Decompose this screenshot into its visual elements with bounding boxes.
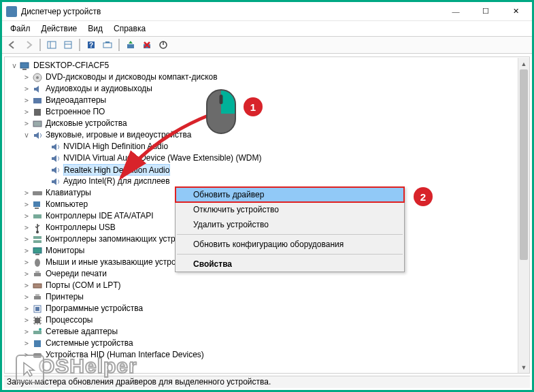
category-icon (32, 199, 43, 210)
tree-category[interactable]: >Системные устройства (9, 338, 529, 349)
expand-icon[interactable]: > (22, 349, 31, 361)
ctx-separator (177, 254, 403, 255)
tree-category[interactable]: >Устройства HID (Human Interface Devices… (9, 349, 529, 361)
tree-category-label: Мониторы (46, 245, 84, 257)
expand-icon[interactable]: > (22, 199, 31, 210)
expand-icon[interactable]: > (22, 338, 31, 349)
minimize-button[interactable]: — (441, 2, 471, 21)
expand-icon[interactable]: > (22, 233, 31, 245)
close-button[interactable]: ✕ (501, 2, 531, 21)
svg-rect-30 (35, 271, 39, 273)
back-button[interactable] (5, 37, 20, 52)
category-icon (32, 72, 43, 83)
tree-category[interactable]: >Принтеры (9, 291, 529, 303)
ctx-disable-device[interactable]: Отключить устройство (176, 202, 404, 217)
scroll-up-button[interactable]: ▲ (518, 58, 529, 69)
computer-icon (20, 61, 31, 71)
help-button[interactable]: ? (84, 37, 99, 52)
context-menu: Обновить драйвер Отключить устройство Уд… (175, 186, 405, 272)
svg-rect-27 (35, 254, 39, 255)
properties-button[interactable] (61, 37, 76, 52)
category-icon (32, 188, 43, 199)
expand-icon[interactable]: > (22, 118, 31, 129)
expand-icon[interactable]: > (22, 95, 31, 106)
tree-category[interactable]: >Сетевые адаптеры (9, 326, 529, 338)
expand-icon[interactable]: v (22, 129, 31, 141)
tree-category[interactable]: vЗвуковые, игровые и видеоустройства (9, 129, 529, 141)
tree-category[interactable]: >Процессоры (9, 314, 529, 326)
menu-action[interactable]: Действие (37, 22, 82, 35)
svg-rect-20 (33, 201, 40, 207)
tree-category-label: Устройства HID (Human Interface Devices) (46, 349, 204, 361)
tree-category[interactable]: >DVD-дисководы и дисководы компакт-диско… (9, 71, 529, 83)
tree-category-label: Компьютер (46, 199, 88, 210)
scroll-thumb[interactable] (520, 69, 528, 260)
maximize-button[interactable]: ☐ (471, 2, 501, 21)
disable-button[interactable] (156, 37, 171, 52)
category-icon (32, 280, 43, 291)
svg-rect-25 (33, 240, 41, 243)
expand-icon[interactable]: > (22, 210, 31, 222)
expand-icon[interactable]: v (10, 60, 18, 71)
tree-category-label: Видеоадаптеры (46, 95, 106, 106)
expand-icon[interactable]: > (22, 245, 31, 257)
show-hide-tree-button[interactable] (44, 37, 59, 52)
expand-icon[interactable]: > (22, 268, 31, 280)
expand-icon[interactable]: > (22, 303, 31, 314)
ctx-uninstall-device[interactable]: Удалить устройство (176, 217, 404, 232)
expand-icon[interactable]: > (22, 280, 31, 291)
tree-category-label: Контроллеры IDE ATA/ATAPI (46, 210, 154, 222)
tree-device[interactable]: Realtek High Definition Audio (9, 164, 529, 176)
device-icon (50, 153, 61, 164)
expand-icon[interactable]: > (22, 71, 31, 83)
expand-icon[interactable]: > (22, 291, 31, 303)
category-icon (32, 304, 43, 314)
expand-icon[interactable]: > (22, 326, 31, 338)
scroll-down-button[interactable]: ▼ (518, 361, 529, 373)
tree-device[interactable]: Аудио Intel(R) для дисплеев (9, 176, 529, 187)
scrollbar[interactable]: ▲ ▼ (518, 58, 529, 373)
statusbar: Запуск мастера обновления драйверов для … (4, 376, 530, 388)
ctx-properties[interactable]: Свойства (176, 257, 404, 272)
category-icon (32, 211, 43, 222)
device-icon (50, 142, 61, 152)
category-icon (32, 350, 43, 361)
ctx-update-driver[interactable]: Обновить драйвер (176, 187, 404, 202)
uninstall-button[interactable] (139, 37, 154, 52)
tree-category[interactable]: >Встроенное ПО (9, 106, 529, 118)
scan-hardware-button[interactable] (100, 37, 115, 52)
expand-icon[interactable]: > (22, 83, 31, 95)
expand-icon[interactable]: > (22, 314, 31, 326)
update-driver-button[interactable] (123, 37, 138, 52)
annotation-badge-1: 1 (244, 97, 263, 116)
mouse-annotation-icon (206, 89, 236, 134)
tree-device[interactable]: NVIDIA Virtual Audio Device (Wave Extens… (9, 152, 529, 164)
ctx-separator (177, 234, 403, 235)
ctx-scan-hardware[interactable]: Обновить конфигурацию оборудования (176, 237, 404, 252)
expand-icon[interactable]: > (22, 257, 31, 268)
tree-category[interactable]: >Видеоадаптеры (9, 95, 529, 106)
expand-icon[interactable]: > (22, 187, 31, 199)
expand-icon[interactable]: > (22, 222, 31, 233)
tree-category[interactable]: >Аудиовходы и аудиовыходы (9, 83, 529, 95)
tree-device[interactable]: NVIDIA High Definition Audio (9, 141, 529, 152)
menu-file[interactable]: Файл (6, 22, 35, 35)
category-icon (32, 269, 43, 280)
svg-point-23 (36, 231, 39, 233)
expand-icon[interactable]: > (22, 106, 31, 118)
menu-help[interactable]: Справка (110, 22, 150, 35)
forward-button[interactable] (21, 37, 36, 52)
category-icon (32, 107, 43, 118)
tree-category[interactable]: >Порты (COM и LPT) (9, 280, 529, 291)
tree-category[interactable]: >Дисковые устройства (9, 118, 529, 129)
tree-root[interactable]: v DESKTOP-CFIACF5 (9, 60, 529, 71)
svg-rect-29 (34, 273, 41, 276)
tree-category-label: Принтеры (46, 291, 84, 303)
svg-rect-6 (103, 43, 112, 48)
menu-view[interactable]: Вид (84, 22, 107, 35)
tree-category-label: Порты (COM и LPT) (46, 280, 121, 291)
svg-rect-18 (33, 121, 41, 127)
tree-category[interactable]: >Программные устройства (9, 303, 529, 314)
device-manager-window: Диспетчер устройств — ☐ ✕ Файл Действие … (0, 0, 534, 392)
svg-rect-32 (34, 296, 41, 299)
